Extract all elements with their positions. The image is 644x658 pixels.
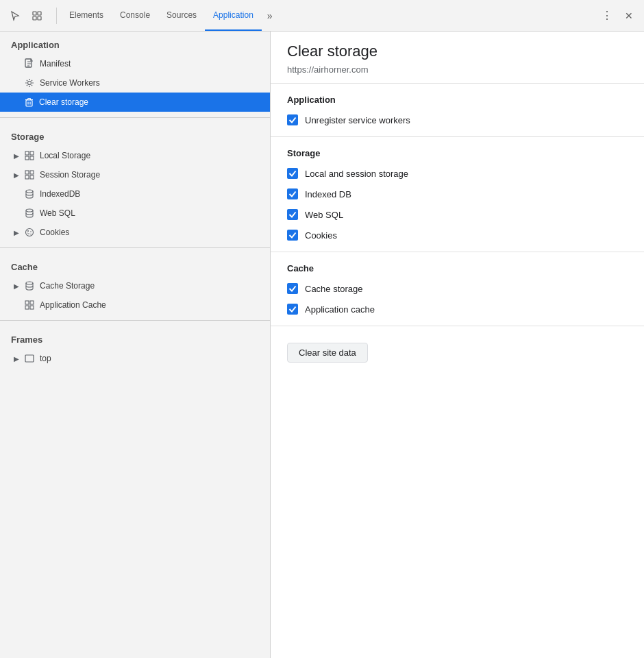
content-section-cache-title: Cache <box>287 263 628 273</box>
checkbox-app-cache[interactable]: Application cache <box>287 304 628 315</box>
content-section-clear-btn: Clear site data <box>271 326 644 374</box>
content-section-storage-title: Storage <box>287 148 628 158</box>
content-section-application-title: Application <box>287 95 628 105</box>
cursor-icon-button[interactable] <box>5 6 25 25</box>
sidebar-section-cache: Cache <box>0 254 270 276</box>
svg-rect-3 <box>38 16 41 20</box>
devtools-toolbar: Elements Console Sources Application » ⋮… <box>0 0 644 32</box>
checkmark-icon-3 <box>288 190 297 198</box>
checkbox-app-cache-box[interactable] <box>287 304 298 315</box>
toolbar-right: ⋮ ✕ <box>597 6 639 25</box>
svg-rect-6 <box>26 100 32 106</box>
svg-rect-14 <box>30 175 34 179</box>
arrow-right-icon-cache: ▶ <box>14 282 19 290</box>
svg-point-21 <box>30 234 31 234</box>
svg-point-16 <box>26 209 33 212</box>
checkbox-websql[interactable]: Web SQL <box>287 209 628 220</box>
tab-console[interactable]: Console <box>112 0 158 31</box>
checkbox-local-session-box[interactable] <box>287 168 298 179</box>
sidebar-item-websql[interactable]: Web SQL <box>0 204 270 223</box>
checkbox-indexeddb-box[interactable] <box>287 188 298 199</box>
svg-point-23 <box>26 282 33 284</box>
checkbox-indexeddb-label: Indexed DB <box>305 189 351 199</box>
checkbox-cookies-box[interactable] <box>287 230 298 241</box>
close-devtools-button[interactable]: ✕ <box>619 6 639 25</box>
toolbar-tabs: Elements Console Sources Application » <box>61 0 597 31</box>
close-icon: ✕ <box>625 10 633 21</box>
checkmark-icon <box>288 116 297 124</box>
manifest-icon <box>25 58 34 69</box>
arrow-right-icon-cookies: ▶ <box>14 229 19 236</box>
tab-elements[interactable]: Elements <box>61 0 112 31</box>
cache-storage-label: Cache Storage <box>40 281 95 291</box>
grid-icon-local <box>25 151 34 160</box>
content-section-cache: Cache Cache storage Application cache <box>271 252 644 326</box>
svg-point-22 <box>27 232 28 233</box>
checkmark-icon-6 <box>288 284 297 293</box>
checkbox-cookies-label: Cookies <box>305 230 337 241</box>
indexeddb-label: IndexedDB <box>40 189 80 199</box>
svg-point-17 <box>26 229 34 236</box>
app-cache-label: Application Cache <box>40 300 106 310</box>
checkbox-unregister-sw-box[interactable] <box>287 114 298 125</box>
arrow-right-icon-frame: ▶ <box>14 355 19 363</box>
websql-label: Web SQL <box>40 208 75 218</box>
grid-icon-session <box>25 170 34 180</box>
svg-point-20 <box>28 233 29 234</box>
cookies-label: Cookies <box>40 228 69 237</box>
checkbox-unregister-sw[interactable]: Unregister service workers <box>287 114 628 125</box>
inspect-icon-button[interactable] <box>27 6 47 25</box>
frame-icon <box>25 354 34 363</box>
checkbox-local-session[interactable]: Local and session storage <box>287 168 628 179</box>
gear-icon <box>25 78 34 88</box>
database-icon-indexed <box>25 189 34 199</box>
sidebar-item-top-frame[interactable]: ▶ top <box>0 349 270 368</box>
tab-more[interactable]: » <box>262 0 278 31</box>
cache-divider <box>0 247 270 248</box>
checkmark-icon-5 <box>288 231 297 239</box>
storage-divider <box>0 117 270 118</box>
main-layout: Application Manifest Service Workers <box>0 32 644 658</box>
svg-rect-27 <box>30 306 34 309</box>
database-icon-websql <box>25 208 34 219</box>
svg-point-5 <box>28 82 32 85</box>
tab-application[interactable]: Application <box>205 0 262 31</box>
checkbox-cookies[interactable]: Cookies <box>287 230 628 241</box>
svg-rect-7 <box>25 151 29 155</box>
sidebar-section-application: Application <box>0 32 270 54</box>
checkbox-cache-storage-box[interactable] <box>287 283 298 294</box>
kebab-icon: ⋮ <box>602 9 612 22</box>
checkbox-websql-box[interactable] <box>287 209 298 220</box>
sidebar-item-manifest[interactable]: Manifest <box>0 54 270 73</box>
grid-icon-appcache <box>25 300 34 310</box>
sidebar-item-service-workers[interactable]: Service Workers <box>0 73 270 93</box>
sidebar-item-app-cache[interactable]: Application Cache <box>0 295 270 315</box>
svg-rect-9 <box>25 156 29 160</box>
arrow-right-icon-session: ▶ <box>14 171 19 179</box>
more-options-button[interactable]: ⋮ <box>597 6 617 25</box>
cookie-icon <box>25 228 34 237</box>
sidebar-item-indexeddb[interactable]: IndexedDB <box>0 184 270 204</box>
sidebar-item-clear-storage[interactable]: Clear storage <box>0 93 270 112</box>
checkbox-cache-storage[interactable]: Cache storage <box>287 283 628 294</box>
sidebar: Application Manifest Service Workers <box>0 32 271 658</box>
database-icon-cache <box>25 281 34 291</box>
trash-icon <box>25 97 34 108</box>
frames-divider <box>0 320 270 321</box>
svg-rect-2 <box>33 16 36 20</box>
checkbox-unregister-sw-label: Unregister service workers <box>305 115 410 125</box>
sidebar-item-cookies[interactable]: ▶ Cookies <box>0 223 270 242</box>
content-title: Clear storage <box>287 42 628 60</box>
inspect-icon <box>32 10 42 21</box>
clear-site-data-button[interactable]: Clear site data <box>287 343 368 363</box>
sidebar-item-session-storage[interactable]: ▶ Session Storage <box>0 165 270 184</box>
sidebar-item-local-storage[interactable]: ▶ Local Storage <box>0 146 270 165</box>
sidebar-item-cache-storage[interactable]: ▶ Cache Storage <box>0 276 270 295</box>
svg-rect-0 <box>33 12 36 15</box>
tab-sources[interactable]: Sources <box>158 0 205 31</box>
svg-rect-8 <box>30 151 34 155</box>
checkbox-indexeddb[interactable]: Indexed DB <box>287 188 628 199</box>
clear-storage-label: Clear storage <box>39 97 88 107</box>
content-section-application: Application Unregister service workers <box>271 84 644 137</box>
arrow-right-icon: ▶ <box>14 152 19 160</box>
